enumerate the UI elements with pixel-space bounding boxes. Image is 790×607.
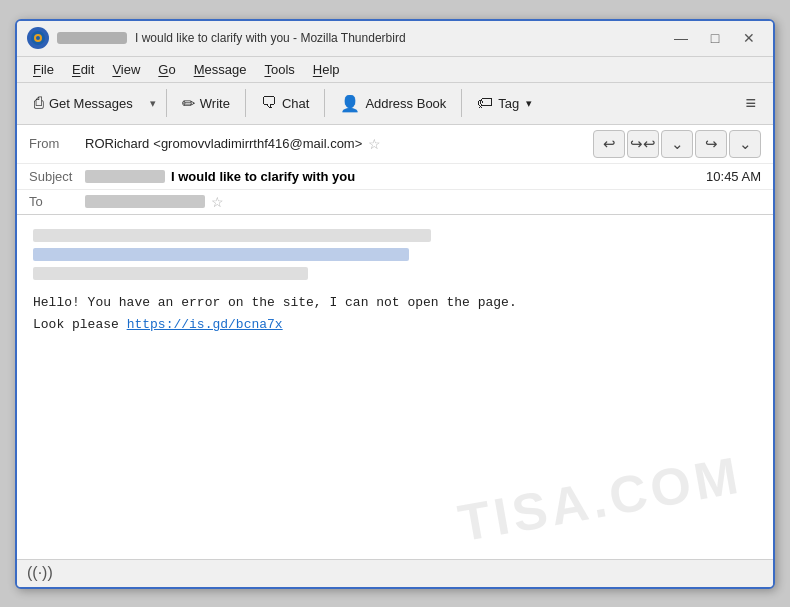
hamburger-icon: ≡ [745,93,756,114]
separator-2 [245,89,246,117]
write-label: Write [200,96,230,111]
tag-label: Tag [498,96,519,111]
from-row: From RORichard <gromovvladimirrthf416@ma… [17,125,773,164]
nav-down-button[interactable]: ⌄ [661,130,693,158]
blur-line-2 [33,248,409,261]
toolbar: ⎙ Get Messages ▾ ✏ Write 🗨 Chat 👤 Addres… [17,83,773,125]
email-paragraph-1: Hello! You have an error on the site, I … [33,295,517,310]
minimize-button[interactable]: — [667,27,695,49]
menu-message[interactable]: Message [186,60,255,79]
subject-label: Subject [29,169,85,184]
email-content: Hello! You have an error on the site, I … [33,292,757,336]
email-header: From RORichard <gromovvladimirrthf416@ma… [17,125,773,215]
write-button[interactable]: ✏ Write [173,87,239,119]
reply-all-button[interactable]: ↪↩ [627,130,659,158]
tag-dropdown-icon: ▾ [526,97,532,110]
menu-go[interactable]: Go [150,60,183,79]
menu-help[interactable]: Help [305,60,348,79]
tag-icon: 🏷 [477,94,493,112]
email-paragraph-2: Look please [33,317,127,332]
from-email: <gromovvladimirrthf416@mail.com> [153,136,362,151]
email-body: Hello! You have an error on the site, I … [17,215,773,559]
titlebar: I would like to clarify with you - Mozil… [17,21,773,57]
app-logo [27,27,49,49]
more-button[interactable]: ⌄ [729,130,761,158]
to-row: To ☆ [17,190,773,214]
to-address-blur [85,195,205,208]
window-controls: — □ ✕ [667,27,763,49]
get-messages-icon: ⎙ [34,94,44,112]
subject-blur [85,170,165,183]
svg-point-2 [36,36,40,40]
email-time: 10:45 AM [706,169,761,184]
main-window: I would like to clarify with you - Mozil… [15,19,775,589]
get-messages-label: Get Messages [49,96,133,111]
navigation-buttons: ↩ ↪↩ ⌄ ↪ ⌄ [593,130,761,158]
email-link[interactable]: https://is.gd/bcna7x [127,317,283,332]
address-book-icon: 👤 [340,94,360,113]
separator-3 [324,89,325,117]
chat-button[interactable]: 🗨 Chat [252,87,318,119]
close-button[interactable]: ✕ [735,27,763,49]
from-value-row: RORichard <gromovvladimirrthf416@mail.co… [85,136,593,152]
menu-view[interactable]: View [104,60,148,79]
signal-icon: ((·)) [27,564,53,582]
subject-row: Subject I would like to clarify with you… [17,164,773,190]
separator-4 [461,89,462,117]
address-book-label: Address Book [365,96,446,111]
blur-line-3 [33,267,308,280]
from-name: RORichard [85,136,149,151]
hamburger-button[interactable]: ≡ [736,87,765,119]
menu-file[interactable]: File [25,60,62,79]
get-messages-dropdown[interactable]: ▾ [146,87,160,119]
window-title: I would like to clarify with you - Mozil… [135,31,659,45]
blurred-content [33,229,757,280]
to-label: To [29,194,85,209]
chat-icon: 🗨 [261,94,277,112]
address-book-button[interactable]: 👤 Address Book [331,87,455,119]
menubar: File Edit View Go Message Tools Help [17,57,773,83]
forward-button[interactable]: ↪ [695,130,727,158]
maximize-button[interactable]: □ [701,27,729,49]
tag-button[interactable]: 🏷 Tag ▾ [468,87,541,119]
watermark: TISA.COM [454,444,746,553]
star-icon[interactable]: ☆ [368,136,381,152]
blur-line-1 [33,229,431,242]
chat-label: Chat [282,96,309,111]
reply-button[interactable]: ↩ [593,130,625,158]
write-icon: ✏ [182,94,195,113]
get-messages-button[interactable]: ⎙ Get Messages [25,87,142,119]
separator-1 [166,89,167,117]
to-star-icon[interactable]: ☆ [211,194,224,210]
menu-edit[interactable]: Edit [64,60,102,79]
statusbar: ((·)) [17,559,773,587]
menu-tools[interactable]: Tools [256,60,302,79]
subject-text: I would like to clarify with you [171,169,355,184]
from-label: From [29,136,85,151]
sender-blur [57,32,127,44]
